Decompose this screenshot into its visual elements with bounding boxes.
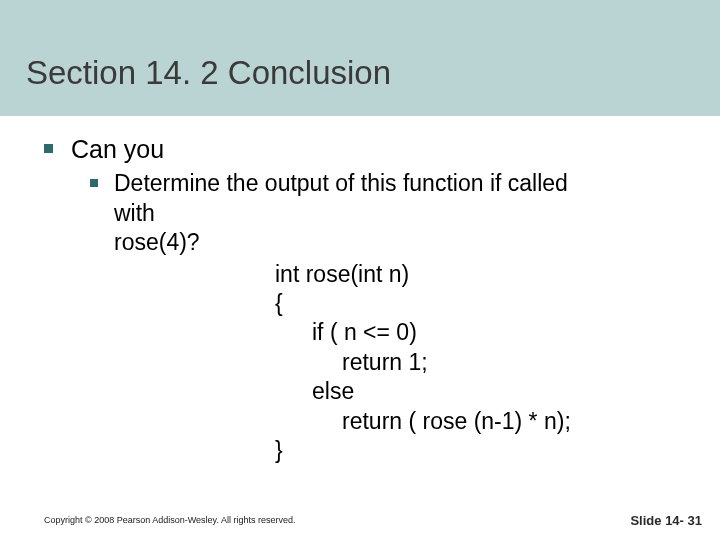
code-line: { (160, 289, 690, 318)
code-block: int rose(int n) { if ( n <= 0) return 1;… (160, 260, 690, 466)
code-line: int rose(int n) (160, 260, 690, 289)
slide-footer: Copyright © 2008 Pearson Addison-Wesley.… (0, 506, 720, 540)
code-line: } (160, 436, 690, 465)
bullet-l2-line3: rose(4)? (114, 228, 568, 257)
square-bullet-icon (90, 179, 98, 187)
bullet-l1-text: Can you (71, 134, 164, 165)
bullet-level1: Can you (44, 134, 690, 165)
copyright-text: Copyright © 2008 Pearson Addison-Wesley.… (44, 515, 295, 525)
slide: Section 14. 2 Conclusion Can you Determi… (0, 0, 720, 540)
bullet-l2-row: Determine the output of this function if… (90, 169, 690, 257)
slide-body: Can you Determine the output of this fun… (44, 134, 690, 466)
square-bullet-icon (44, 144, 53, 153)
slide-header: Section 14. 2 Conclusion (0, 0, 720, 116)
code-line: if ( n <= 0) (160, 318, 690, 347)
code-line: return 1; (160, 348, 690, 377)
slide-number: Slide 14- 31 (630, 513, 702, 528)
bullet-l2-block: Determine the output of this function if… (114, 169, 568, 257)
slide-title: Section 14. 2 Conclusion (26, 54, 391, 92)
code-line: else (160, 377, 690, 406)
code-line: return ( rose (n-1) * n); (160, 407, 690, 436)
bullet-l2-line1: Determine the output of this function if… (114, 169, 568, 198)
bullet-level2: Determine the output of this function if… (90, 169, 690, 465)
bullet-l2-line2: with (114, 199, 568, 228)
